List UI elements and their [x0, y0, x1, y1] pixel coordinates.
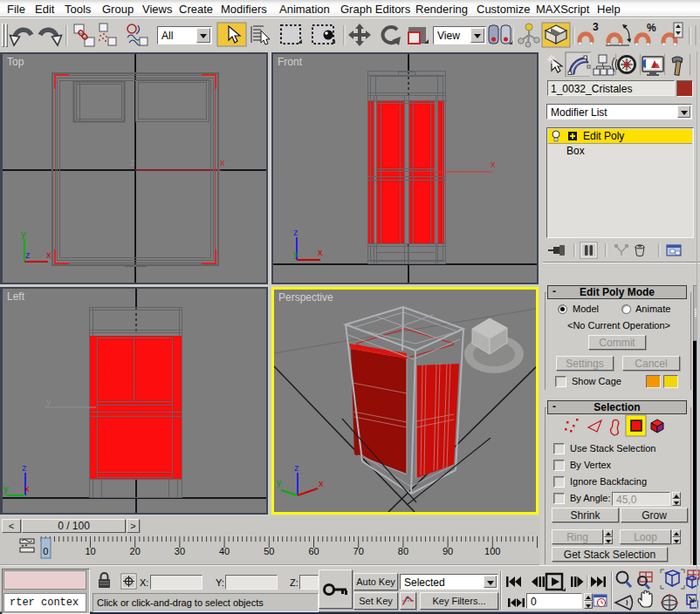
svg-text:z: z	[293, 227, 299, 237]
svg-text:z: z	[25, 249, 31, 260]
svg-text:x: x	[491, 159, 496, 169]
svg-text:y: y	[46, 396, 51, 406]
svg-text:y: y	[277, 477, 282, 488]
svg-text:z: z	[22, 462, 27, 473]
svg-text:x: x	[319, 478, 324, 488]
svg-text:60: 60	[308, 546, 319, 556]
svg-text:80: 80	[398, 546, 408, 556]
svg-text:40: 40	[219, 546, 230, 556]
svg-text:20: 20	[130, 546, 141, 556]
svg-text:90: 90	[443, 546, 453, 556]
svg-text:x: x	[220, 157, 225, 167]
svg-text:y: y	[293, 249, 299, 259]
svg-text:3: 3	[593, 21, 599, 33]
svg-text:100: 100	[484, 546, 500, 556]
svg-text:x: x	[24, 483, 30, 494]
svg-text:0: 0	[43, 546, 48, 556]
svg-text:x: x	[318, 247, 323, 257]
svg-text:50: 50	[264, 546, 274, 556]
svg-text:x: x	[46, 249, 51, 260]
svg-text:y: y	[21, 229, 26, 239]
svg-text:%: %	[647, 22, 656, 34]
svg-text:z: z	[130, 157, 135, 167]
svg-text:z: z	[294, 462, 299, 473]
svg-text:70: 70	[353, 546, 364, 556]
svg-text:y: y	[3, 483, 9, 494]
svg-text:30: 30	[175, 546, 185, 556]
svg-text:10: 10	[85, 546, 95, 556]
